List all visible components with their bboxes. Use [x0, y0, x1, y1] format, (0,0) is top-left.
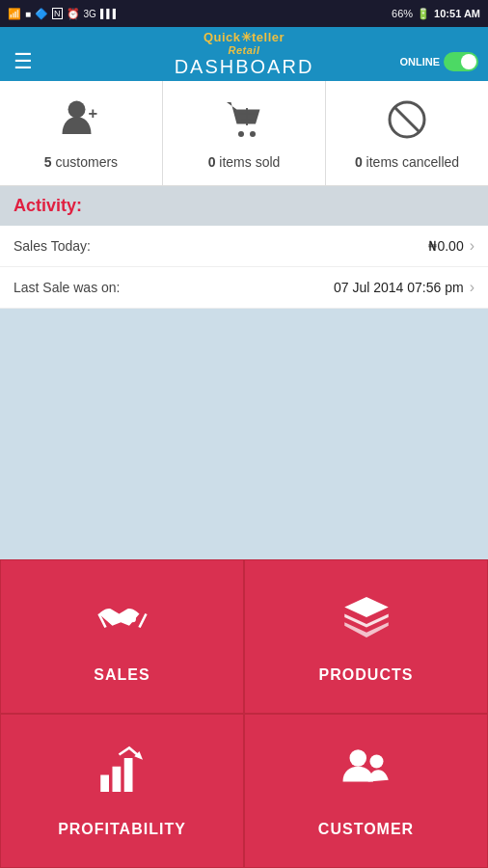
network-label: 3G	[84, 9, 96, 19]
sales-today-value: ₦0.00	[428, 238, 463, 254]
svg-point-9	[109, 615, 116, 622]
stat-items-cancelled[interactable]: 0 items cancelled	[326, 81, 488, 185]
sales-today-right: ₦0.00 ›	[428, 237, 474, 255]
chevron-right-icon-2: ›	[470, 279, 474, 296]
sales-icon	[95, 590, 149, 655]
items-cancelled-count: 0	[355, 154, 363, 170]
sales-today-label: Sales Today:	[14, 238, 91, 254]
nfc-icon: N	[52, 8, 63, 19]
activity-sales-today[interactable]: Sales Today: ₦0.00 ›	[0, 226, 488, 267]
content-spacer	[0, 309, 488, 559]
cart-icon	[221, 96, 267, 147]
nav-customer-button[interactable]: CUSTOMER	[244, 714, 488, 868]
alarm-icon: ⏰	[67, 8, 80, 20]
nav-grid: SALES PRODUCTS	[0, 559, 488, 868]
items-sold-count: 0	[208, 154, 216, 170]
nav-sales-button[interactable]: SALES	[0, 559, 244, 714]
signal-icon: 📶	[8, 8, 21, 20]
customers-count-label: 5 customers	[44, 154, 118, 170]
time-display: 10:51 AM	[434, 8, 480, 19]
customers-icon: +	[58, 96, 104, 147]
last-sale-right: 07 Jul 2014 07:56 pm ›	[334, 279, 474, 296]
status-bar: 📶 ■ 🔷 N ⏰ 3G ▌▌▌ 66% 🔋 10:51 AM	[0, 0, 488, 27]
sim-icon: ■	[25, 9, 31, 19]
products-icon	[339, 590, 393, 655]
products-label: PRODUCTS	[319, 666, 414, 684]
items-sold-count-label: 0 items sold	[208, 154, 281, 170]
svg-point-2	[238, 131, 244, 137]
online-status: ONLINE	[399, 52, 478, 71]
svg-point-19	[369, 754, 383, 768]
svg-text:+: +	[89, 104, 98, 122]
page-title: DASHBOARD	[175, 56, 314, 78]
svg-rect-15	[112, 766, 121, 791]
customers-count: 5	[44, 154, 52, 170]
svg-point-3	[250, 131, 256, 137]
svg-point-0	[68, 101, 86, 119]
stat-customers[interactable]: + 5 customers	[0, 81, 163, 185]
activity-title: Activity:	[14, 196, 82, 215]
activity-header: Activity:	[0, 186, 488, 226]
online-toggle[interactable]	[444, 52, 478, 71]
chevron-right-icon: ›	[470, 237, 474, 255]
nav-products-button[interactable]: PRODUCTS	[244, 559, 488, 714]
activity-last-sale[interactable]: Last Sale was on: 07 Jul 2014 07:56 pm ›	[0, 267, 488, 309]
items-cancelled-text: items cancelled	[366, 154, 460, 170]
last-sale-value: 07 Jul 2014 07:56 pm	[334, 280, 464, 295]
bluetooth-icon: 🔷	[35, 8, 48, 20]
svg-point-10	[129, 615, 136, 622]
stats-row: + 5 customers	[0, 81, 488, 186]
cancel-icon	[384, 96, 430, 147]
last-sale-label: Last Sale was on:	[14, 280, 121, 295]
online-label: ONLINE	[399, 56, 440, 68]
status-left: 📶 ■ 🔷 N ⏰ 3G ▌▌▌	[8, 8, 119, 20]
stat-items-sold[interactable]: 0 items sold	[163, 81, 326, 185]
profitability-label: PROFITABILITY	[58, 821, 186, 838]
main-content: + 5 customers	[0, 81, 488, 868]
battery-icon: 🔋	[417, 8, 430, 20]
app-logo: Quick✳teller Retail	[203, 30, 285, 56]
app-header: ☰ Quick✳teller Retail DASHBOARD ONLINE	[0, 27, 488, 81]
status-right: 66% 🔋 10:51 AM	[392, 8, 480, 20]
logo-star: ✳	[241, 30, 253, 44]
nav-profitability-button[interactable]: PROFITABILITY	[0, 714, 244, 868]
svg-point-18	[349, 749, 366, 767]
customers-text: customers	[56, 154, 119, 170]
svg-marker-11	[344, 597, 389, 617]
hamburger-menu[interactable]: ☰	[14, 49, 33, 74]
profitability-icon	[95, 745, 149, 809]
items-sold-text: items sold	[219, 154, 280, 170]
customer-nav-label: CUSTOMER	[318, 821, 414, 838]
items-cancelled-count-label: 0 items cancelled	[355, 154, 459, 170]
svg-line-8	[394, 107, 420, 133]
svg-rect-16	[123, 758, 132, 792]
sales-label: SALES	[94, 666, 149, 684]
battery-label: 66%	[392, 8, 413, 19]
customer-nav-icon	[339, 745, 393, 809]
svg-rect-14	[100, 774, 109, 792]
bars-icon: ▌▌▌	[100, 9, 119, 18]
